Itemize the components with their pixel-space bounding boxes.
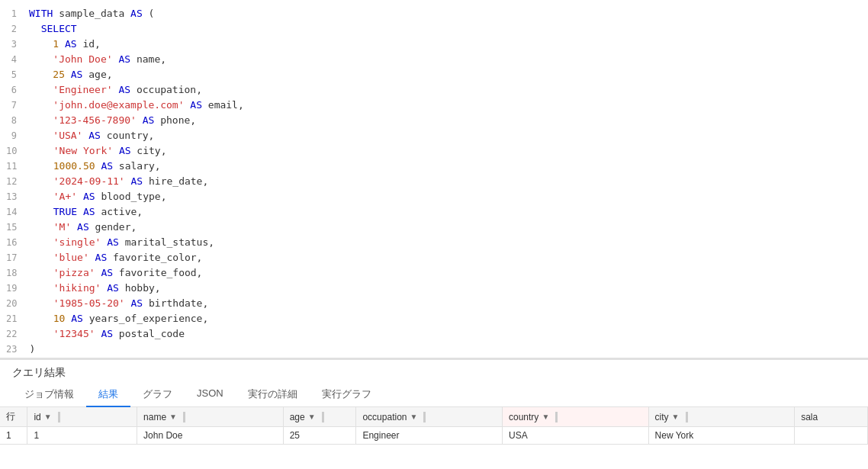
editor-area[interactable]: 1 WITH sample_data AS ( 2 SELECT 3 1 AS … (0, 0, 868, 358)
cell-id: 1 (27, 427, 137, 445)
code-line-11: 11 1000.50 AS salary, (0, 159, 868, 174)
tab-execution-graph[interactable]: 実行グラフ (310, 383, 384, 407)
sort-icon-country: ▼ (542, 413, 549, 421)
code-line-17: 17 'blue' AS favorite_color, (0, 250, 868, 265)
cell-row-num: 1 (0, 427, 27, 445)
code-line-9: 9 'USA' AS country, (0, 128, 868, 143)
sort-icon-age: ▼ (308, 413, 316, 421)
code-line-22: 22 '12345' AS postal_code (0, 326, 868, 342)
tab-job-info[interactable]: ジョブ情報 (12, 383, 86, 407)
tab-execution-details[interactable]: 実行の詳細 (236, 383, 310, 407)
sort-icon-name: ▼ (169, 413, 177, 421)
bottom-panel: クエリ結果 ジョブ情報 結果 グラフ JSON 実行の詳細 実行グラフ 行 id… (0, 358, 868, 469)
code-line-19: 19 'hiking' AS hobby, (0, 281, 868, 296)
query-result-title: クエリ結果 (0, 360, 868, 383)
sort-icon-occupation: ▼ (410, 413, 417, 421)
code-line-1: 1 WITH sample_data AS ( (0, 6, 868, 21)
cell-country: USA (503, 427, 649, 445)
tabs-bar: ジョブ情報 結果 グラフ JSON 実行の詳細 実行グラフ (0, 383, 868, 407)
tab-json[interactable]: JSON (185, 383, 236, 407)
cell-age: 25 (283, 427, 356, 445)
col-header-id[interactable]: id ▼ (27, 407, 137, 427)
table-header-row: 行 id ▼ name ▼ age ▼ occupation ▼ (0, 407, 868, 427)
code-line-10: 10 'New York' AS city, (0, 143, 868, 159)
cell-name: John Doe (137, 427, 284, 445)
code-line-6: 6 'Engineer' AS occupation, (0, 82, 868, 98)
cell-occupation: Engineer (356, 427, 503, 445)
results-table: 行 id ▼ name ▼ age ▼ occupation ▼ (0, 407, 868, 445)
code-line-21: 21 10 AS years_of_experience, (0, 311, 868, 326)
cell-sala (795, 427, 868, 445)
sort-icon-id: ▼ (44, 413, 52, 421)
code-line-3: 3 1 AS id, (0, 37, 868, 52)
code-line-16: 16 'single' AS marital_status, (0, 235, 868, 250)
code-line-15: 15 'M' AS gender, (0, 220, 868, 235)
code-line-23: 23 ) (0, 342, 868, 357)
col-header-city[interactable]: city ▼ (648, 407, 795, 427)
code-line-12: 12 '2024-09-11' AS hire_date, (0, 174, 868, 189)
code-line-8: 8 '123-456-7890' AS phone, (0, 113, 868, 128)
tab-graph[interactable]: グラフ (130, 383, 185, 407)
col-header-country[interactable]: country ▼ (503, 407, 649, 427)
tab-results[interactable]: 結果 (86, 383, 130, 407)
sort-icon-city: ▼ (672, 413, 680, 421)
code-line-2: 2 SELECT (0, 21, 868, 37)
code-line-20: 20 '1985-05-20' AS birthdate, (0, 296, 868, 311)
code-line-13: 13 'A+' AS blood_type, (0, 189, 868, 204)
code-line-7: 7 'john.doe@example.com' AS email, (0, 98, 868, 113)
col-header-row: 行 (0, 407, 27, 427)
code-line-14: 14 TRUE AS active, (0, 204, 868, 220)
col-header-sala[interactable]: sala (795, 407, 868, 427)
col-header-occupation[interactable]: occupation ▼ (356, 407, 503, 427)
col-header-name[interactable]: name ▼ (137, 407, 284, 427)
results-table-container[interactable]: 行 id ▼ name ▼ age ▼ occupation ▼ (0, 407, 868, 445)
col-header-age[interactable]: age ▼ (283, 407, 356, 427)
code-line-18: 18 'pizza' AS favorite_food, (0, 265, 868, 281)
code-line-4: 4 'John Doe' AS name, (0, 52, 868, 67)
code-line-5: 5 25 AS age, (0, 67, 868, 82)
table-row: 1 1 John Doe 25 Engineer USA New York (0, 427, 868, 445)
cell-city: New York (648, 427, 795, 445)
